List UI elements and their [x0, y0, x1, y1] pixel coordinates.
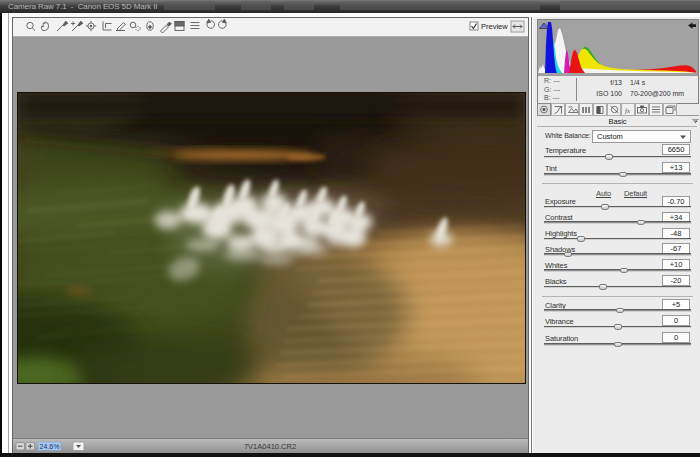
svg-text:fx: fx — [625, 107, 631, 115]
svg-text:7V1A0410.CR2: 7V1A0410.CR2 — [244, 442, 296, 451]
svg-text:Preview: Preview — [481, 22, 508, 31]
svg-text:24.6%: 24.6% — [40, 443, 60, 450]
